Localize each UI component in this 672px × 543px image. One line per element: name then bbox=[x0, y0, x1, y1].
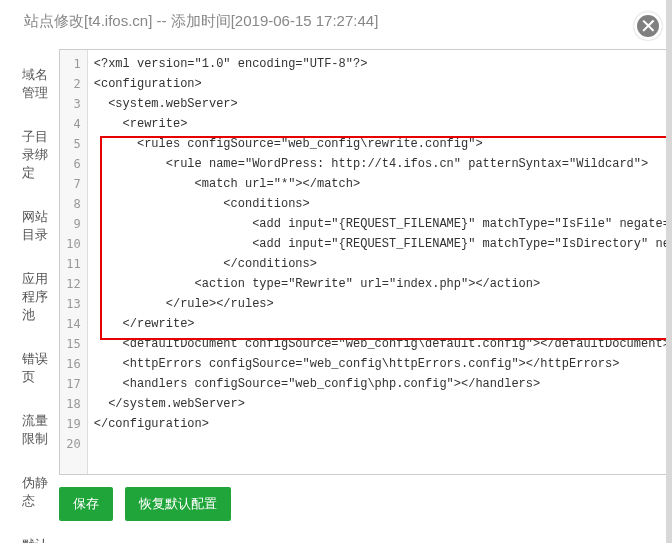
line-number: 15 bbox=[60, 334, 87, 354]
save-button[interactable]: 保存 bbox=[59, 487, 113, 521]
line-number: 1 bbox=[60, 54, 87, 74]
code-line[interactable]: </rule></rules> bbox=[88, 294, 672, 314]
restore-default-button[interactable]: 恢复默认配置 bbox=[125, 487, 231, 521]
code-line[interactable]: <?xml version="1.0" encoding="UTF-8"?> bbox=[88, 54, 672, 74]
code-line[interactable]: <defaultDocument configSource="web_confi… bbox=[88, 334, 672, 354]
sidebar: 域名管理子目录绑定网站目录应用程序池错误页流量限制伪静态默认文档配置文件SSLP… bbox=[0, 41, 49, 531]
code-line[interactable]: <conditions> bbox=[88, 194, 672, 214]
code-line[interactable]: <add input="{REQUEST_FILENAME}" matchTyp… bbox=[88, 214, 672, 234]
line-number: 13 bbox=[60, 294, 87, 314]
line-number: 7 bbox=[60, 174, 87, 194]
line-number: 3 bbox=[60, 94, 87, 114]
code-line[interactable]: <rewrite> bbox=[88, 114, 672, 134]
sidebar-item[interactable]: 默认文档 bbox=[0, 523, 49, 543]
line-number: 17 bbox=[60, 374, 87, 394]
line-number: 20 bbox=[60, 434, 87, 454]
line-number: 2 bbox=[60, 74, 87, 94]
sidebar-item[interactable]: 应用程序池 bbox=[0, 257, 49, 337]
code-line[interactable]: <handlers configSource="web_config\php.c… bbox=[88, 374, 672, 394]
line-gutter: 1234567891011121314151617181920 bbox=[60, 50, 88, 474]
line-number: 4 bbox=[60, 114, 87, 134]
modal-title: 站点修改[t4.ifos.cn] -- 添加时间[2019-06-15 17:2… bbox=[24, 12, 378, 31]
footer: 保存 恢复默认配置 bbox=[59, 475, 672, 521]
line-number: 9 bbox=[60, 214, 87, 234]
line-number: 16 bbox=[60, 354, 87, 374]
code-line[interactable]: </configuration> bbox=[88, 414, 672, 434]
sidebar-item[interactable]: 子目录绑定 bbox=[0, 115, 49, 195]
line-number: 5 bbox=[60, 134, 87, 154]
code-line[interactable]: </rewrite> bbox=[88, 314, 672, 334]
sidebar-item[interactable]: 错误页 bbox=[0, 337, 49, 399]
sidebar-item[interactable]: 域名管理 bbox=[0, 53, 49, 115]
code-area[interactable]: <?xml version="1.0" encoding="UTF-8"?><c… bbox=[88, 50, 672, 474]
code-line[interactable]: <action type="Rewrite" url="index.php"><… bbox=[88, 274, 672, 294]
code-editor[interactable]: 1234567891011121314151617181920 <?xml ve… bbox=[59, 49, 672, 475]
line-number: 8 bbox=[60, 194, 87, 214]
code-line[interactable]: <rule name="WordPress: http://t4.ifos.cn… bbox=[88, 154, 672, 174]
modal-header: 站点修改[t4.ifos.cn] -- 添加时间[2019-06-15 17:2… bbox=[0, 0, 672, 41]
line-number: 19 bbox=[60, 414, 87, 434]
code-line[interactable]: <add input="{REQUEST_FILENAME}" matchTyp… bbox=[88, 234, 672, 254]
line-number: 12 bbox=[60, 274, 87, 294]
main-panel: 1234567891011121314151617181920 <?xml ve… bbox=[49, 41, 672, 531]
code-line[interactable]: <configuration> bbox=[88, 74, 672, 94]
close-button[interactable]: ✕ bbox=[634, 12, 662, 40]
sidebar-item[interactable]: 流量限制 bbox=[0, 399, 49, 461]
line-number: 11 bbox=[60, 254, 87, 274]
code-line[interactable]: <match url="*"></match> bbox=[88, 174, 672, 194]
line-number: 18 bbox=[60, 394, 87, 414]
sidebar-item[interactable]: 网站目录 bbox=[0, 195, 49, 257]
code-line[interactable]: <httpErrors configSource="web_config\htt… bbox=[88, 354, 672, 374]
line-number: 10 bbox=[60, 234, 87, 254]
code-line[interactable]: <system.webServer> bbox=[88, 94, 672, 114]
code-line[interactable]: <rules configSource="web_config\rewrite.… bbox=[88, 134, 672, 154]
line-number: 6 bbox=[60, 154, 87, 174]
close-icon: ✕ bbox=[640, 16, 657, 36]
code-line[interactable]: </system.webServer> bbox=[88, 394, 672, 414]
line-number: 14 bbox=[60, 314, 87, 334]
sidebar-item[interactable]: 伪静态 bbox=[0, 461, 49, 523]
code-line[interactable]: </conditions> bbox=[88, 254, 672, 274]
